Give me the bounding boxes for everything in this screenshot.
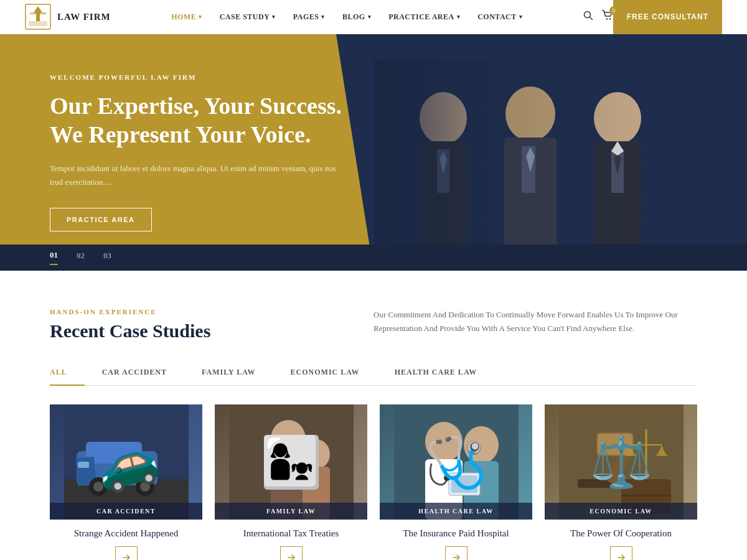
svg-rect-3 <box>30 12 46 14</box>
card-body-4: The Power Of Cooperation <box>545 520 697 560</box>
section-desc: Our Commitment And Dedication To Continu… <box>374 308 697 335</box>
card-category-badge-3: HEALTH CARE LAW <box>380 503 532 520</box>
nav-practice-area[interactable]: PRACTICE AREA ▾ <box>388 12 460 22</box>
svg-rect-48 <box>604 442 636 485</box>
filter-tab-family-law[interactable]: FAMILY LAW <box>184 360 273 386</box>
case-card-4[interactable]: ECONOMIC LAW The Power Of Cooperation <box>545 404 697 560</box>
filter-tab-economic-law[interactable]: ECONOMIC LAW <box>273 360 377 386</box>
card-category-badge-1: CAR ACCIDENT <box>50 503 202 520</box>
card-arrow-button-4[interactable] <box>610 546 632 560</box>
svg-rect-47 <box>578 479 665 488</box>
cart-button[interactable]: 0 <box>602 10 613 24</box>
logo-icon <box>25 4 51 30</box>
card-body-1: Strange Accident Happened <box>50 520 202 560</box>
hero-content: WELCOME POWERFUL LAW FIRM Our Expertise,… <box>0 34 374 271</box>
arrow-right-icon-3 <box>452 553 461 560</box>
svg-point-30 <box>136 477 154 496</box>
svg-point-8 <box>609 18 611 19</box>
svg-rect-26 <box>86 442 142 464</box>
filter-tab-all[interactable]: ALL <box>50 360 85 386</box>
hero-image-area <box>314 34 747 271</box>
svg-point-5 <box>584 12 590 18</box>
svg-rect-32 <box>78 462 89 468</box>
card-arrow-button-2[interactable] <box>280 546 303 560</box>
svg-rect-44 <box>451 475 477 493</box>
card-title-3: The Insurance Paid Hospital <box>380 528 532 539</box>
svg-rect-1 <box>29 21 47 26</box>
section-label: HANDS-ON EXPERIENCE <box>50 308 210 315</box>
nav-links: HOME ▾ CASE STUDY ▾ PAGES ▾ BLOG ▾ PRACT… <box>171 12 522 22</box>
section-left: HANDS-ON EXPERIENCE Recent Case Studies <box>50 308 210 342</box>
free-consultant-button[interactable]: FREE CONSULTANT <box>613 0 722 34</box>
filter-tabs: ALL CAR ACCIDENT FAMILY LAW ECONOMIC LAW… <box>50 360 697 386</box>
hero-cta-button[interactable]: PRACTICE AREA <box>50 208 152 231</box>
svg-point-7 <box>606 18 608 19</box>
svg-line-6 <box>590 17 593 21</box>
card-body-2: International Tax Treaties <box>215 520 367 560</box>
svg-point-45 <box>444 475 450 481</box>
card-title-2: International Tax Treaties <box>215 528 367 539</box>
section-title: Recent Case Studies <box>50 320 210 342</box>
svg-rect-49 <box>596 432 634 456</box>
search-button[interactable] <box>583 11 593 23</box>
card-body-3: The Insurance Paid Hospital <box>380 520 532 560</box>
card-image-1: CAR ACCIDENT <box>50 404 202 520</box>
svg-rect-50 <box>598 434 632 455</box>
card-image-3: HEALTH CARE LAW <box>380 404 532 520</box>
svg-point-41 <box>464 426 499 464</box>
card-arrow-button-1[interactable] <box>115 546 138 560</box>
svg-rect-55 <box>621 495 671 497</box>
card-category-badge-4: ECONOMIC LAW <box>545 503 697 520</box>
section-header: HANDS-ON EXPERIENCE Recent Case Studies … <box>50 308 697 342</box>
svg-point-36 <box>303 439 330 469</box>
card-image-4: ECONOMIC LAW <box>545 404 697 520</box>
nav-home[interactable]: HOME ▾ <box>171 12 202 22</box>
nav-pages[interactable]: PAGES ▾ <box>293 12 325 22</box>
arrow-right-icon-1 <box>122 553 131 560</box>
case-card-1[interactable]: CAR ACCIDENT Strange Accident Happened <box>50 404 202 560</box>
case-card-3[interactable]: HEALTH CARE LAW The Insurance Paid Hospi… <box>380 404 532 560</box>
filter-tab-health-care-law[interactable]: HEALTH CARE LAW <box>377 360 495 386</box>
navbar: LAW FIRM HOME ▾ CASE STUDY ▾ PAGES ▾ BLO… <box>0 0 747 34</box>
logo: LAW FIRM <box>25 4 111 30</box>
svg-point-31 <box>140 482 150 492</box>
cart-count: 0 <box>609 6 618 15</box>
search-icon <box>583 11 593 21</box>
card-category-badge-2: FAMILY LAW <box>215 503 367 520</box>
arrow-right-icon-4 <box>617 553 626 560</box>
arrow-right-icon-2 <box>287 553 296 560</box>
nav-blog[interactable]: BLOG ▾ <box>342 12 371 22</box>
lawyers-illustration <box>375 59 686 271</box>
card-image-2: FAMILY LAW <box>215 404 367 520</box>
card-title-4: The Power Of Cooperation <box>545 528 697 539</box>
logo-text: LAW FIRM <box>57 12 111 22</box>
cards-grid: CAR ACCIDENT Strange Accident Happened <box>50 404 697 560</box>
nav-icons: 0 <box>583 10 613 24</box>
nav-contact[interactable]: CONTACT ▾ <box>477 12 522 22</box>
nav-case-study[interactable]: CASE STUDY ▾ <box>220 12 276 22</box>
card-title-1: Strange Accident Happened <box>50 528 202 539</box>
card-arrow-button-3[interactable] <box>445 546 467 560</box>
svg-rect-54 <box>632 475 645 482</box>
case-studies-section: HANDS-ON EXPERIENCE Recent Case Studies … <box>0 271 747 560</box>
svg-rect-22 <box>375 59 686 271</box>
hero-section: WELCOME POWERFUL LAW FIRM Our Expertise,… <box>0 34 747 271</box>
svg-marker-4 <box>34 6 42 12</box>
svg-point-29 <box>93 482 103 492</box>
case-card-2[interactable]: FAMILY LAW International Tax Treaties <box>215 404 367 560</box>
svg-point-39 <box>425 422 463 462</box>
hero-title: Our Expertise, Your Success. We Represen… <box>50 92 342 149</box>
hero-desc: Tempor incididunt ut labore et dolore ma… <box>50 162 342 189</box>
hero-tagline: WELCOME POWERFUL LAW FIRM <box>50 73 342 81</box>
filter-tab-car-accident[interactable]: CAR ACCIDENT <box>85 360 184 386</box>
svg-point-34 <box>271 420 306 457</box>
